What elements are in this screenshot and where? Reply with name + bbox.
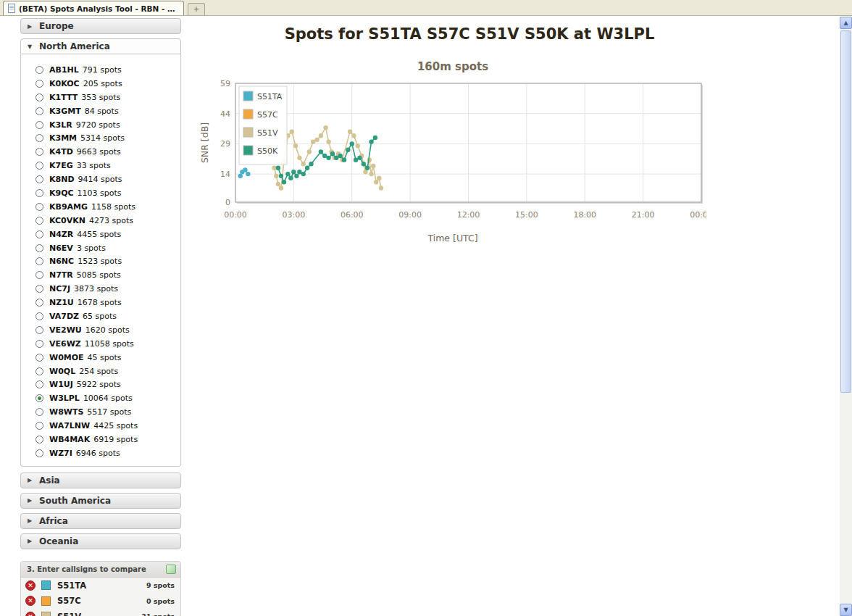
station-radio[interactable] [36,162,43,170]
station-radio[interactable] [36,285,43,293]
station-radio[interactable] [36,203,43,211]
station-callsign: NC7J [49,284,70,294]
station-radio[interactable] [36,230,43,238]
series-color-swatch [41,596,51,606]
legend-swatch [243,128,253,137]
station-radio[interactable] [36,244,43,252]
new-tab-button[interactable]: + [188,3,205,15]
scrollbar-thumb[interactable] [840,30,851,393]
station-radio[interactable] [36,312,43,320]
station-row[interactable]: K7EG 33 spots [21,159,180,172]
compare-spot-count: 31 spots [141,612,175,616]
region-header-asia[interactable]: Asia [20,473,181,488]
station-row[interactable]: K3MM 5314 spots [21,131,180,145]
station-row[interactable]: WB4MAK 6919 spots [21,433,180,446]
station-row[interactable]: W1UJ 5922 spots [21,378,180,391]
station-row[interactable]: K8ND 9414 spots [21,172,180,186]
region-header-south-america[interactable]: South America [20,493,181,509]
station-row[interactable]: VA7DZ 65 spots [21,309,180,323]
browser-tab[interactable]: (BETA) Spots Analysis Tool - RBN - R... [3,1,184,15]
station-row[interactable]: WA7LNW 4425 spots [21,419,180,433]
scroll-up-arrow-icon[interactable]: ▲ [840,17,852,29]
delete-callsign-button[interactable]: ✕ [25,580,36,591]
station-row[interactable]: K1TTT 353 spots [21,91,180,104]
region-header-europe[interactable]: Europe [20,18,181,34]
station-radio[interactable] [36,189,43,197]
x-tick-label: 03:00 [283,210,306,220]
x-tick-label: 00:00 [224,210,247,220]
y-tick-label: 59 [220,79,230,88]
station-radio[interactable] [36,367,43,375]
station-radio[interactable] [36,394,43,402]
station-radio[interactable] [36,257,43,265]
region-header-north-america[interactable]: North America [20,38,181,54]
station-row[interactable]: NC7J 3873 spots [21,282,180,296]
station-row[interactable]: N6EV 3 spots [21,241,180,255]
station-row[interactable]: N6NC 1523 spots [21,254,180,268]
station-row[interactable]: KB9AMG 1158 spots [21,200,180,214]
station-row[interactable]: NZ1U 1678 spots [21,296,180,309]
station-radio[interactable] [36,380,43,388]
station-row[interactable]: N4ZR 4455 spots [21,228,180,241]
station-radio[interactable] [36,422,43,430]
station-radio[interactable] [36,326,43,334]
station-row[interactable]: W0MOE 45 spots [21,351,180,365]
sidebar: Europe North America AB1HL 791 spots K0K… [20,18,181,616]
station-radio[interactable] [36,408,43,416]
station-row[interactable]: K4TD 9663 spots [21,145,180,159]
station-row[interactable]: W8WTS 5517 spots [21,405,180,419]
compare-callsign: S51TA [57,580,146,591]
station-row[interactable]: VE6WZ 11058 spots [21,337,180,351]
station-radio[interactable] [36,436,43,444]
station-radio[interactable] [36,354,43,362]
station-radio[interactable] [36,80,43,88]
compare-spot-count: 9 spots [146,581,175,589]
station-row[interactable]: K9QC 1103 spots [21,186,180,200]
region-label: South America [39,496,111,506]
station-callsign: NZ1U [49,298,74,307]
station-spot-count: 5314 spots [80,133,125,143]
compare-panel-icon[interactable] [166,565,176,574]
station-row[interactable]: AB1HL 791 spots [21,63,180,77]
delete-callsign-button[interactable]: ✕ [25,596,36,606]
station-row[interactable]: W3LPL 10064 spots [21,391,180,405]
station-callsign: K3GMT [49,107,81,116]
station-callsign: W0MOE [49,353,84,362]
station-callsign: AB1HL [49,65,79,75]
vertical-scrollbar[interactable]: ▲ ▼ [840,17,852,616]
station-radio[interactable] [36,340,43,348]
station-row[interactable]: W0QL 254 spots [21,365,180,378]
station-radio[interactable] [36,299,43,307]
station-row[interactable]: WZ7I 6946 spots [21,446,180,460]
station-row[interactable]: K3GMT 84 spots [21,104,180,118]
station-row[interactable]: K3LR 9720 spots [21,118,180,132]
station-radio[interactable] [36,271,43,279]
station-spot-count: 6919 spots [93,435,138,444]
station-radio[interactable] [36,449,43,457]
station-spot-count: 1678 spots [78,298,122,307]
station-radio[interactable] [36,66,43,74]
station-spot-count: 45 spots [88,353,122,362]
station-callsign: N6EV [49,244,73,253]
compare-row: ✕ S51TA 9 spots [21,578,180,594]
station-row[interactable]: VE2WU 1620 spots [21,323,180,337]
delete-callsign-button[interactable]: ✕ [25,612,36,616]
station-radio[interactable] [36,217,43,225]
region-header-africa[interactable]: Africa [20,513,181,529]
scroll-down-arrow-icon[interactable]: ▼ [840,604,852,616]
station-radio[interactable] [36,93,43,101]
station-row[interactable]: K0KOC 205 spots [21,77,180,91]
station-radio[interactable] [36,134,43,142]
station-radio[interactable] [36,148,43,156]
station-radio[interactable] [36,107,43,115]
x-tick-label: 15:00 [515,210,538,220]
station-radio[interactable] [36,121,43,129]
station-row[interactable]: N7TR 5085 spots [21,268,180,282]
station-spot-count: 5922 spots [77,380,121,389]
region-header-oceania[interactable]: Oceania [20,533,181,549]
legend-label: S57C [257,110,278,120]
station-row[interactable]: KC0VKN 4273 spots [21,214,180,228]
region-label: Africa [39,516,68,526]
x-tick-label: 12:00 [457,210,480,220]
station-radio[interactable] [36,175,43,183]
